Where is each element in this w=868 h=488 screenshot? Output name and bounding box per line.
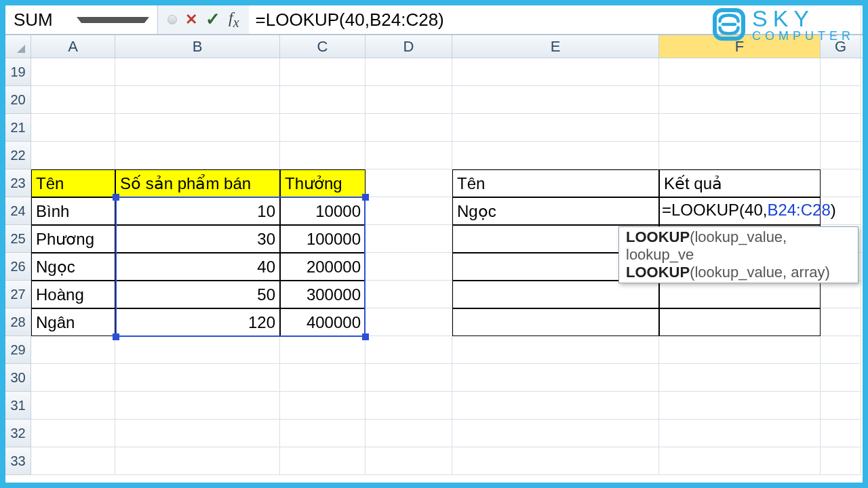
selection-handle[interactable] <box>362 333 369 340</box>
cell-G32[interactable] <box>821 420 861 447</box>
cell-F23[interactable]: Kết quả <box>659 169 821 197</box>
cell-E20[interactable] <box>452 86 659 114</box>
cell-F29[interactable] <box>659 336 821 364</box>
row-head-27[interactable]: 27 <box>5 281 31 308</box>
cell-G21[interactable] <box>821 114 861 142</box>
cell-C21[interactable] <box>280 114 366 142</box>
col-head-E[interactable]: E <box>452 35 659 58</box>
cell-B21[interactable] <box>115 114 280 142</box>
cell-B33[interactable] <box>115 447 280 475</box>
cell-E24[interactable]: Ngọc <box>452 197 659 225</box>
cell-D20[interactable] <box>366 86 452 114</box>
cell-B22[interactable] <box>115 142 280 169</box>
cell-D25[interactable] <box>366 225 452 253</box>
cell-C27[interactable]: 300000 <box>280 281 366 308</box>
cell-A19[interactable] <box>31 58 115 86</box>
col-head-F[interactable]: F <box>659 35 821 58</box>
cell-D19[interactable] <box>366 58 452 86</box>
cell-F20[interactable] <box>659 86 821 114</box>
cell-B24[interactable]: 10 <box>115 197 280 225</box>
cell-B28[interactable]: 120 <box>115 308 280 336</box>
cell-G28[interactable] <box>821 308 861 336</box>
cell-E32[interactable] <box>452 420 659 447</box>
cell-C26[interactable]: 200000 <box>280 253 366 281</box>
cell-B26[interactable]: 40 <box>115 253 280 281</box>
row-head-31[interactable]: 31 <box>5 392 31 420</box>
selection-handle[interactable] <box>113 194 119 201</box>
col-head-A[interactable]: A <box>31 35 115 58</box>
cell-C20[interactable] <box>280 86 366 114</box>
cell-E19[interactable] <box>452 58 659 86</box>
row-head-33[interactable]: 33 <box>5 447 31 475</box>
cell-D33[interactable] <box>366 447 452 475</box>
cell-B20[interactable] <box>115 86 280 114</box>
cell-A33[interactable] <box>31 447 115 475</box>
name-box[interactable]: SUM <box>5 5 158 34</box>
col-head-B[interactable]: B <box>115 35 280 58</box>
cell-C25[interactable]: 100000 <box>280 225 366 253</box>
cell-C30[interactable] <box>280 364 366 392</box>
col-head-G[interactable]: G <box>821 35 861 58</box>
cell-A31[interactable] <box>31 392 115 420</box>
cell-G27[interactable] <box>821 281 861 308</box>
cell-G30[interactable] <box>821 364 861 392</box>
cell-C31[interactable] <box>280 392 366 420</box>
cell-E22[interactable] <box>452 142 659 169</box>
row-head-28[interactable]: 28 <box>5 308 31 336</box>
row-head-22[interactable]: 22 <box>5 142 31 169</box>
cell-D31[interactable] <box>366 392 452 420</box>
row-head-32[interactable]: 32 <box>5 420 31 447</box>
cell-C24[interactable]: 10000 <box>280 197 366 225</box>
cell-C32[interactable] <box>280 420 366 447</box>
row-head-25[interactable]: 25 <box>5 225 31 253</box>
cell-E27[interactable] <box>452 281 659 308</box>
cell-A32[interactable] <box>31 420 115 447</box>
cell-G23[interactable] <box>821 169 861 197</box>
cell-A28[interactable]: Ngân <box>31 308 115 336</box>
cell-E31[interactable] <box>452 392 659 420</box>
selection-handle[interactable] <box>113 333 119 340</box>
cell-B31[interactable] <box>115 392 280 420</box>
cell-C19[interactable] <box>280 58 366 86</box>
cell-A24[interactable]: Bình <box>31 197 115 225</box>
accept-icon[interactable]: ✓ <box>205 9 220 30</box>
cell-F19[interactable] <box>659 58 821 86</box>
cell-A25[interactable]: Phương <box>31 225 115 253</box>
cell-C28[interactable]: 400000 <box>280 308 366 336</box>
cell-A29[interactable] <box>31 336 115 364</box>
cell-B32[interactable] <box>115 420 280 447</box>
cell-A26[interactable]: Ngọc <box>31 253 115 281</box>
cell-D27[interactable] <box>366 281 452 308</box>
selection-handle[interactable] <box>362 194 369 201</box>
row-head-20[interactable]: 20 <box>5 86 31 114</box>
cell-F22[interactable] <box>659 142 821 169</box>
row-head-26[interactable]: 26 <box>5 253 31 281</box>
cell-A30[interactable] <box>31 364 115 392</box>
row-head-30[interactable]: 30 <box>5 364 31 392</box>
cell-A23[interactable]: Tên <box>31 169 115 197</box>
cell-C33[interactable] <box>280 447 366 475</box>
cell-E28[interactable] <box>452 308 659 336</box>
cell-E30[interactable] <box>452 364 659 392</box>
cell-F33[interactable] <box>659 447 821 475</box>
cell-G31[interactable] <box>821 392 861 420</box>
cell-D26[interactable] <box>366 253 452 281</box>
cell-G33[interactable] <box>821 447 861 475</box>
cell-C22[interactable] <box>280 142 366 169</box>
cell-C29[interactable] <box>280 336 366 364</box>
grid[interactable]: A B C D E F G 1920212223TênSố sản phẩm b… <box>5 35 863 475</box>
cell-D24[interactable] <box>366 197 452 225</box>
formula-input[interactable] <box>249 5 860 34</box>
cell-D28[interactable] <box>366 308 452 336</box>
cell-B29[interactable] <box>115 336 280 364</box>
cell-A20[interactable] <box>31 86 115 114</box>
cell-F24-editing[interactable]: =LOOKUP(40,B24:C28) <box>662 201 836 220</box>
cell-F28[interactable] <box>659 308 821 336</box>
cell-D32[interactable] <box>366 420 452 447</box>
cell-B23[interactable]: Số sản phẩm bán <box>115 169 280 197</box>
cell-F30[interactable] <box>659 364 821 392</box>
row-head-19[interactable]: 19 <box>5 58 31 86</box>
cell-F31[interactable] <box>659 392 821 420</box>
row-head-23[interactable]: 23 <box>5 169 31 197</box>
col-head-C[interactable]: C <box>280 35 366 58</box>
